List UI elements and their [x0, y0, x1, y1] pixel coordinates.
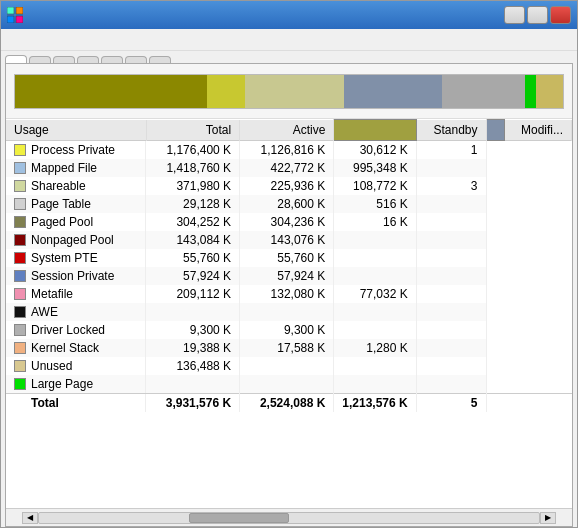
- usage-label: Session Private: [31, 269, 114, 283]
- cell-total: 1,176,400 K: [146, 140, 240, 159]
- cell-total: 57,924 K: [146, 267, 240, 285]
- cell-standby: [334, 321, 416, 339]
- cell-label: Driver Locked: [6, 321, 146, 339]
- cell-standby: 1,280 K: [334, 339, 416, 357]
- table-row: Paged Pool304,252 K304,236 K16 K: [6, 213, 572, 231]
- col-modified: Modifi...: [504, 120, 572, 141]
- cell-label: AWE: [6, 303, 146, 321]
- usage-color-swatch: [14, 162, 26, 174]
- cell-standby: 1,213,576 K: [334, 393, 416, 412]
- col-total: Total: [146, 120, 240, 141]
- cell-label: Total: [6, 394, 146, 412]
- tab-priority-summary[interactable]: [53, 56, 75, 63]
- cell-modified: [416, 249, 486, 267]
- cell-active: 9,300 K: [240, 321, 334, 339]
- usage-label: Large Page: [31, 377, 93, 391]
- cell-label: Paged Pool: [6, 213, 146, 231]
- table-row: System PTE55,760 K55,760 K: [6, 249, 572, 267]
- cell-total: 29,128 K: [146, 195, 240, 213]
- cell-standby: [334, 267, 416, 285]
- usage-label: Unused: [31, 359, 72, 373]
- tab-list: [5, 55, 573, 63]
- chart-segment-standby: [344, 75, 443, 108]
- cell-standby: 77,032 K: [334, 285, 416, 303]
- usage-label: Metafile: [31, 287, 73, 301]
- usage-color-swatch: [14, 180, 26, 192]
- usage-label: Nonpaged Pool: [31, 233, 114, 247]
- cell-standby: 995,348 K: [334, 159, 416, 177]
- cell-total: [146, 303, 240, 321]
- svg-rect-1: [16, 7, 23, 14]
- menu-empty[interactable]: [21, 38, 37, 42]
- table-row: Kernel Stack19,388 K17,588 K1,280 K: [6, 339, 572, 357]
- svg-rect-2: [7, 16, 14, 23]
- scrollbar-track[interactable]: [38, 512, 540, 524]
- usage-label: Driver Locked: [31, 323, 105, 337]
- usage-color-swatch: [14, 198, 26, 210]
- maximize-button[interactable]: [527, 6, 548, 24]
- table-header-row: Usage Total Active Standby Modifi...: [6, 120, 572, 141]
- minimize-button[interactable]: [504, 6, 525, 24]
- cell-active: 17,588 K: [240, 339, 334, 357]
- table-row: Driver Locked9,300 K9,300 K: [6, 321, 572, 339]
- cell-total: 143,084 K: [146, 231, 240, 249]
- cell-standby: 108,772 K: [334, 177, 416, 195]
- usage-label: Page Table: [31, 197, 91, 211]
- chart-area: [6, 64, 572, 119]
- usage-label: Paged Pool: [31, 215, 93, 229]
- cell-standby: 516 K: [334, 195, 416, 213]
- cell-active: 1,126,816 K: [240, 140, 334, 159]
- cell-active: 422,772 K: [240, 159, 334, 177]
- cell-modified: 1: [416, 140, 486, 159]
- usage-color-swatch: [14, 324, 26, 336]
- table-row: Shareable371,980 K225,936 K108,772 K3: [6, 177, 572, 195]
- usage-color-swatch: [14, 288, 26, 300]
- table-container[interactable]: Usage Total Active Standby Modifi... Pro…: [6, 119, 572, 508]
- chart-segment-green: [525, 75, 536, 108]
- usage-label: AWE: [31, 305, 58, 319]
- close-button[interactable]: [550, 6, 571, 24]
- cell-modified: [416, 231, 486, 249]
- app-icon: [7, 7, 23, 23]
- cell-active: 225,936 K: [240, 177, 334, 195]
- cell-total: 136,488 K: [146, 357, 240, 375]
- scrollbar-area: ◀ ▶: [6, 508, 572, 526]
- chart-segment-gray: [442, 75, 524, 108]
- cell-modified: [416, 159, 486, 177]
- cell-active: [240, 303, 334, 321]
- tab-content: Usage Total Active Standby Modifi... Pro…: [5, 63, 573, 527]
- scrollbar-right-btn[interactable]: ▶: [540, 512, 556, 524]
- cell-active: 304,236 K: [240, 213, 334, 231]
- table-row: Total3,931,576 K2,524,088 K1,213,576 K5: [6, 393, 572, 412]
- usage-label: Shareable: [31, 179, 86, 193]
- usage-label: System PTE: [31, 251, 98, 265]
- usage-label: Kernel Stack: [31, 341, 99, 355]
- tab-physical-ranges[interactable]: [101, 56, 123, 63]
- tab-processes[interactable]: [29, 56, 51, 63]
- col-usage: Usage: [6, 120, 146, 141]
- svg-rect-3: [16, 16, 23, 23]
- tab-use-counts[interactable]: [5, 55, 27, 63]
- tab-file-summary[interactable]: [125, 56, 147, 63]
- cell-label: Metafile: [6, 285, 146, 303]
- tab-physical-pages[interactable]: [77, 56, 99, 63]
- col-active: Active: [240, 120, 334, 141]
- cell-total: 371,980 K: [146, 177, 240, 195]
- menu-file[interactable]: [5, 38, 21, 42]
- cell-active: 28,600 K: [240, 195, 334, 213]
- table-row: Mapped File1,418,760 K422,772 K995,348 K: [6, 159, 572, 177]
- cell-label: Shareable: [6, 177, 146, 195]
- tab-file-details[interactable]: [149, 56, 171, 63]
- cell-label: Page Table: [6, 195, 146, 213]
- scrollbar-left-btn[interactable]: ◀: [22, 512, 38, 524]
- menu-help[interactable]: [37, 38, 53, 42]
- usage-color-swatch: [14, 342, 26, 354]
- cell-modified: [416, 285, 486, 303]
- cell-standby: 16 K: [334, 213, 416, 231]
- cell-active: 132,080 K: [240, 285, 334, 303]
- title-buttons: [504, 6, 571, 24]
- cell-label: Nonpaged Pool: [6, 231, 146, 249]
- menu-bar: [1, 29, 577, 51]
- scrollbar-thumb[interactable]: [189, 513, 289, 523]
- cell-label: Process Private: [6, 141, 146, 159]
